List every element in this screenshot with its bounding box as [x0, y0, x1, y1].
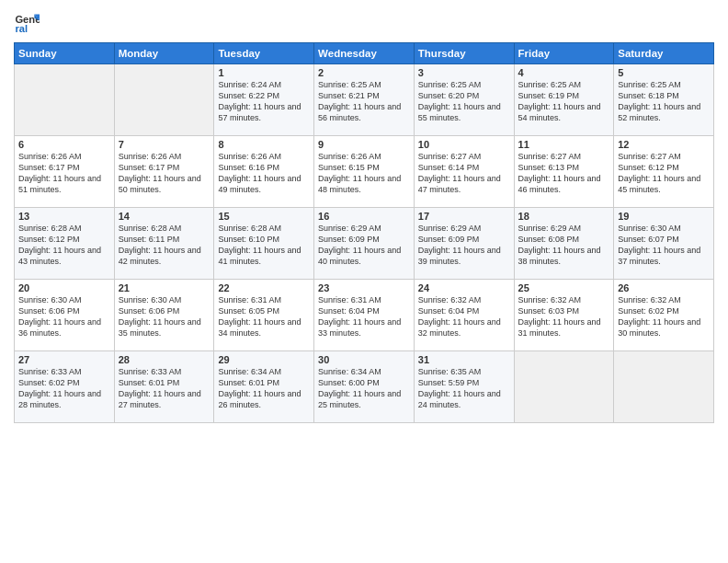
day-number: 27	[18, 354, 110, 365]
day-info: Sunrise: 6:28 AM Sunset: 6:12 PM Dayligh…	[18, 223, 110, 268]
logo: Gene ral	[14, 9, 41, 35]
day-info: Sunrise: 6:26 AM Sunset: 6:17 PM Dayligh…	[119, 151, 210, 196]
calendar-cell: 17Sunrise: 6:29 AM Sunset: 6:09 PM Dayli…	[414, 208, 514, 280]
day-info: Sunrise: 6:32 AM Sunset: 6:02 PM Dayligh…	[618, 294, 710, 339]
day-number: 10	[418, 139, 510, 150]
calendar-cell: 2Sunrise: 6:25 AM Sunset: 6:21 PM Daylig…	[314, 64, 415, 136]
day-header-tuesday: Tuesday	[214, 43, 314, 64]
day-info: Sunrise: 6:31 AM Sunset: 6:05 PM Dayligh…	[218, 294, 310, 339]
day-info: Sunrise: 6:29 AM Sunset: 6:08 PM Dayligh…	[518, 223, 610, 268]
day-number: 1	[218, 67, 310, 78]
calendar-cell	[614, 351, 714, 423]
day-info: Sunrise: 6:34 AM Sunset: 6:00 PM Dayligh…	[318, 366, 410, 411]
calendar-cell: 30Sunrise: 6:34 AM Sunset: 6:00 PM Dayli…	[314, 351, 415, 423]
day-info: Sunrise: 6:24 AM Sunset: 6:22 PM Dayligh…	[218, 79, 310, 124]
day-number: 28	[119, 354, 210, 365]
day-number: 24	[418, 282, 510, 293]
calendar-cell: 18Sunrise: 6:29 AM Sunset: 6:08 PM Dayli…	[514, 208, 614, 280]
day-number: 18	[518, 211, 610, 222]
calendar-cell: 25Sunrise: 6:32 AM Sunset: 6:03 PM Dayli…	[514, 280, 614, 351]
day-number: 11	[518, 139, 610, 150]
day-info: Sunrise: 6:30 AM Sunset: 6:07 PM Dayligh…	[618, 223, 710, 268]
calendar-cell: 27Sunrise: 6:33 AM Sunset: 6:02 PM Dayli…	[15, 351, 115, 423]
calendar-cell: 28Sunrise: 6:33 AM Sunset: 6:01 PM Dayli…	[114, 351, 214, 423]
day-number: 29	[218, 354, 310, 365]
calendar-cell: 15Sunrise: 6:28 AM Sunset: 6:10 PM Dayli…	[214, 208, 314, 280]
calendar-cell: 13Sunrise: 6:28 AM Sunset: 6:12 PM Dayli…	[15, 208, 115, 280]
day-number: 5	[618, 67, 710, 78]
calendar-cell: 21Sunrise: 6:30 AM Sunset: 6:06 PM Dayli…	[114, 280, 214, 351]
day-info: Sunrise: 6:25 AM Sunset: 6:21 PM Dayligh…	[318, 79, 410, 124]
day-number: 9	[318, 139, 410, 150]
calendar-cell: 23Sunrise: 6:31 AM Sunset: 6:04 PM Dayli…	[314, 280, 415, 351]
day-number: 12	[618, 139, 710, 150]
day-number: 31	[418, 354, 510, 365]
day-header-friday: Friday	[514, 43, 614, 64]
day-number: 2	[318, 67, 410, 78]
day-number: 20	[18, 282, 110, 293]
calendar-cell: 10Sunrise: 6:27 AM Sunset: 6:14 PM Dayli…	[414, 136, 514, 208]
week-row-4: 27Sunrise: 6:33 AM Sunset: 6:02 PM Dayli…	[15, 351, 714, 423]
day-info: Sunrise: 6:25 AM Sunset: 6:19 PM Dayligh…	[518, 79, 610, 124]
calendar-cell: 26Sunrise: 6:32 AM Sunset: 6:02 PM Dayli…	[614, 280, 714, 351]
day-number: 23	[318, 282, 410, 293]
day-header-wednesday: Wednesday	[314, 43, 415, 64]
calendar-cell: 16Sunrise: 6:29 AM Sunset: 6:09 PM Dayli…	[314, 208, 415, 280]
calendar-cell	[15, 64, 115, 136]
day-number: 14	[119, 211, 210, 222]
calendar-cell: 8Sunrise: 6:26 AM Sunset: 6:16 PM Daylig…	[214, 136, 314, 208]
week-row-1: 6Sunrise: 6:26 AM Sunset: 6:17 PM Daylig…	[15, 136, 714, 208]
calendar-cell: 1Sunrise: 6:24 AM Sunset: 6:22 PM Daylig…	[214, 64, 314, 136]
day-number: 30	[318, 354, 410, 365]
day-info: Sunrise: 6:26 AM Sunset: 6:17 PM Dayligh…	[18, 151, 110, 196]
calendar-cell: 22Sunrise: 6:31 AM Sunset: 6:05 PM Dayli…	[214, 280, 314, 351]
day-number: 6	[18, 139, 110, 150]
calendar-table: SundayMondayTuesdayWednesdayThursdayFrid…	[14, 42, 714, 423]
header: Gene ral	[14, 9, 714, 35]
day-info: Sunrise: 6:33 AM Sunset: 6:01 PM Dayligh…	[119, 366, 210, 411]
day-number: 22	[218, 282, 310, 293]
calendar-cell: 29Sunrise: 6:34 AM Sunset: 6:01 PM Dayli…	[214, 351, 314, 423]
calendar-cell: 11Sunrise: 6:27 AM Sunset: 6:13 PM Dayli…	[514, 136, 614, 208]
day-info: Sunrise: 6:30 AM Sunset: 6:06 PM Dayligh…	[18, 294, 110, 339]
day-info: Sunrise: 6:27 AM Sunset: 6:13 PM Dayligh…	[518, 151, 610, 196]
calendar-cell: 9Sunrise: 6:26 AM Sunset: 6:15 PM Daylig…	[314, 136, 415, 208]
calendar-cell	[514, 351, 614, 423]
day-header-sunday: Sunday	[15, 43, 115, 64]
calendar-cell: 24Sunrise: 6:32 AM Sunset: 6:04 PM Dayli…	[414, 280, 514, 351]
svg-text:ral: ral	[15, 23, 28, 34]
day-number: 8	[218, 139, 310, 150]
calendar-cell: 3Sunrise: 6:25 AM Sunset: 6:20 PM Daylig…	[414, 64, 514, 136]
day-header-thursday: Thursday	[414, 43, 514, 64]
day-info: Sunrise: 6:29 AM Sunset: 6:09 PM Dayligh…	[318, 223, 410, 268]
calendar-cell: 19Sunrise: 6:30 AM Sunset: 6:07 PM Dayli…	[614, 208, 714, 280]
day-info: Sunrise: 6:27 AM Sunset: 6:12 PM Dayligh…	[618, 151, 710, 196]
calendar-cell: 12Sunrise: 6:27 AM Sunset: 6:12 PM Dayli…	[614, 136, 714, 208]
day-number: 19	[618, 211, 710, 222]
calendar-header-row: SundayMondayTuesdayWednesdayThursdayFrid…	[15, 43, 714, 64]
day-number: 17	[418, 211, 510, 222]
calendar-cell: 14Sunrise: 6:28 AM Sunset: 6:11 PM Dayli…	[114, 208, 214, 280]
calendar-cell: 31Sunrise: 6:35 AM Sunset: 5:59 PM Dayli…	[414, 351, 514, 423]
day-number: 7	[119, 139, 210, 150]
day-header-monday: Monday	[114, 43, 214, 64]
day-info: Sunrise: 6:32 AM Sunset: 6:04 PM Dayligh…	[418, 294, 510, 339]
calendar-cell: 4Sunrise: 6:25 AM Sunset: 6:19 PM Daylig…	[514, 64, 614, 136]
day-info: Sunrise: 6:26 AM Sunset: 6:16 PM Dayligh…	[218, 151, 310, 196]
day-info: Sunrise: 6:28 AM Sunset: 6:11 PM Dayligh…	[119, 223, 210, 268]
day-number: 26	[618, 282, 710, 293]
day-info: Sunrise: 6:25 AM Sunset: 6:20 PM Dayligh…	[418, 79, 510, 124]
day-info: Sunrise: 6:32 AM Sunset: 6:03 PM Dayligh…	[518, 294, 610, 339]
day-number: 13	[18, 211, 110, 222]
day-info: Sunrise: 6:28 AM Sunset: 6:10 PM Dayligh…	[218, 223, 310, 268]
day-info: Sunrise: 6:27 AM Sunset: 6:14 PM Dayligh…	[418, 151, 510, 196]
day-info: Sunrise: 6:31 AM Sunset: 6:04 PM Dayligh…	[318, 294, 410, 339]
day-number: 16	[318, 211, 410, 222]
day-number: 25	[518, 282, 610, 293]
logo-icon: Gene ral	[14, 9, 40, 35]
day-header-saturday: Saturday	[614, 43, 714, 64]
calendar-cell: 7Sunrise: 6:26 AM Sunset: 6:17 PM Daylig…	[114, 136, 214, 208]
calendar-cell: 20Sunrise: 6:30 AM Sunset: 6:06 PM Dayli…	[15, 280, 115, 351]
day-info: Sunrise: 6:29 AM Sunset: 6:09 PM Dayligh…	[418, 223, 510, 268]
day-info: Sunrise: 6:35 AM Sunset: 5:59 PM Dayligh…	[418, 366, 510, 411]
